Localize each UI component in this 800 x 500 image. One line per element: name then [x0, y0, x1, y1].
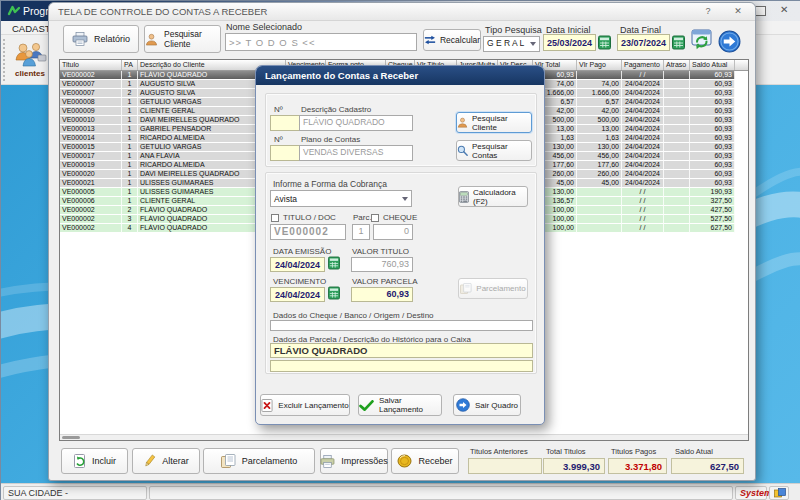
descricao-cadastro-field[interactable]: FLÁVIO QUADRADO — [299, 115, 413, 131]
table-cell: 327,50 — [690, 197, 735, 206]
refresh-window-icon[interactable] — [691, 29, 713, 50]
parcelamento-button[interactable]: Parcelamento — [203, 448, 315, 474]
titulo-doc-field[interactable]: VE000002 — [270, 224, 346, 240]
column-header[interactable]: Titulo — [60, 60, 122, 70]
relatorio-label: Relatório — [94, 34, 130, 44]
dialog-parcelamento-button[interactable]: Parcelamento — [458, 278, 528, 299]
column-header[interactable]: PA — [122, 60, 138, 70]
vencimento-field[interactable]: 24/04/2024 — [270, 287, 325, 302]
data-inicial-field[interactable]: 25/03/2024 — [543, 34, 596, 51]
table-cell: 60,93 — [690, 143, 735, 152]
historico-field-2[interactable] — [270, 360, 533, 372]
calendar-icon[interactable] — [328, 256, 340, 270]
forma-cobranca-select[interactable]: Avista — [270, 190, 412, 207]
close-button[interactable]: ✕ — [729, 5, 747, 18]
data-final-field[interactable]: 23/07/2024 — [617, 34, 670, 51]
table-cell: VE000014 — [60, 134, 122, 143]
table-cell: VE000015 — [60, 143, 122, 152]
restore-icon[interactable] — [755, 6, 766, 16]
table-cell: VE000006 — [60, 197, 122, 206]
table-cell: 60,93 — [690, 170, 735, 179]
coin-icon — [397, 454, 412, 468]
status-city: SUA CIDADE - — [3, 486, 147, 500]
relatorio-button[interactable]: Relatório — [63, 25, 139, 53]
table-cell: VE000008 — [60, 98, 122, 107]
valor-parcela-field[interactable]: 60,93 — [351, 287, 413, 302]
table-cell: 1 — [122, 197, 138, 206]
dados-cheque-label: Dados do Cheque / Banco / Origem / Desti… — [273, 311, 434, 320]
saldo-atual-label: Saldo Atual — [675, 447, 713, 456]
table-cell — [664, 71, 690, 80]
nome-selecionado-label: Nome Selecionado — [226, 22, 302, 32]
clientes-toolbar-button[interactable]: clientes — [8, 37, 52, 83]
table-cell: 2 — [122, 89, 138, 98]
cheque-label: CHEQUE — [383, 213, 417, 222]
dialog-parcelamento-label: Parcelamento — [476, 284, 525, 293]
data-emissao-field[interactable]: 24/04/2024 — [270, 257, 325, 272]
plano-contas-field[interactable]: VENDAS DIVERSAS — [299, 145, 413, 161]
valor-titulo-field[interactable]: 760,93 — [351, 257, 413, 272]
impressoes-button[interactable]: Impressões — [320, 448, 388, 474]
table-cell: 60,93 — [690, 125, 735, 134]
table-cell: 1 — [122, 71, 138, 80]
column-header[interactable]: Saldo Atual — [690, 60, 735, 70]
column-header[interactable]: Vlr Pago — [577, 60, 622, 70]
table-cell: 1 — [122, 161, 138, 170]
table-cell: 177,60 — [577, 161, 622, 170]
table-cell — [664, 152, 690, 161]
column-header[interactable]: Atraso — [664, 60, 690, 70]
scrollbar-thumb[interactable] — [62, 436, 80, 439]
table-cell: 60,93 — [690, 161, 735, 170]
calendar-icon[interactable] — [598, 35, 611, 50]
calculadora-button[interactable]: Calculadora (F2) — [458, 186, 528, 207]
pesquisar-contas-button[interactable]: Pesquisar Contas — [456, 140, 532, 161]
recalcular-label: Recalcular — [440, 35, 480, 45]
calendar-icon[interactable] — [672, 35, 685, 50]
recalcular-button[interactable]: Recalcular — [423, 29, 481, 51]
dialog-title: Lançamento do Contas a Receber — [265, 70, 418, 81]
table-cell: 1 — [122, 125, 138, 134]
table-cell: / / — [622, 215, 664, 224]
calculator-icon — [459, 191, 469, 203]
table-cell: 1 — [122, 170, 138, 179]
background-close-icon[interactable]: ✕ — [780, 4, 788, 15]
nome-selecionado-field[interactable]: >> T O D O S << — [225, 33, 417, 51]
incluir-button[interactable]: Incluir — [61, 448, 128, 474]
pesquisar-cliente-toolbar-button[interactable]: Pesquisar Cliente — [144, 25, 221, 53]
column-header[interactable]: Pagamento — [622, 60, 664, 70]
salvar-lancamento-button[interactable]: Salvar Lançamento — [358, 394, 442, 416]
dialog-pesquisar-cliente-button[interactable]: Pesquisar Cliente — [456, 112, 532, 133]
table-cell: 427,50 — [690, 206, 735, 215]
table-cell: 24/04/2024 — [622, 170, 664, 179]
table-cell: VE000005 — [60, 188, 122, 197]
table-cell — [664, 197, 690, 206]
table-cell — [664, 143, 690, 152]
parc-field[interactable]: 1 — [352, 224, 370, 240]
calendar-icon[interactable] — [328, 286, 340, 300]
table-cell: 1 — [122, 98, 138, 107]
valor-titulo-label: VALOR TITULO — [352, 247, 409, 256]
sair-quadro-button[interactable]: Sair Quadro — [453, 394, 521, 416]
table-cell: VE000007 — [60, 80, 122, 89]
dados-cheque-field[interactable] — [270, 320, 533, 331]
historico-field[interactable]: FLÁVIO QUADRADO — [270, 343, 533, 358]
alterar-button[interactable]: Alterar — [132, 448, 200, 474]
titulo-doc-checkbox[interactable] — [271, 214, 279, 222]
help-button[interactable]: ? — [699, 5, 717, 18]
excluir-lancamento-button[interactable]: Excluir Lançamento — [260, 394, 350, 416]
table-cell — [577, 197, 622, 206]
forma-cobranca-label: Informe a Forma da Cobrança — [273, 179, 387, 189]
total-titulos-field: 3.999,30 — [543, 458, 605, 474]
go-blue-arrow-icon[interactable] — [718, 30, 741, 53]
table-cell: 24/04/2024 — [622, 107, 664, 116]
table-cell: 13,00 — [577, 125, 622, 134]
table-cell: 24/04/2024 — [622, 152, 664, 161]
numero-plano-label: Nº — [274, 135, 283, 144]
tipo-pesquisa-select[interactable]: G E R A L — [483, 36, 540, 52]
table-cell: VE000020 — [60, 170, 122, 179]
cheque-checkbox[interactable] — [371, 214, 379, 222]
cheque-field[interactable]: 0 — [373, 224, 413, 240]
tipo-pesquisa-value: G E R A L — [487, 38, 524, 48]
horizontal-scrollbar[interactable] — [60, 434, 748, 440]
receber-button[interactable]: Receber — [391, 448, 459, 474]
